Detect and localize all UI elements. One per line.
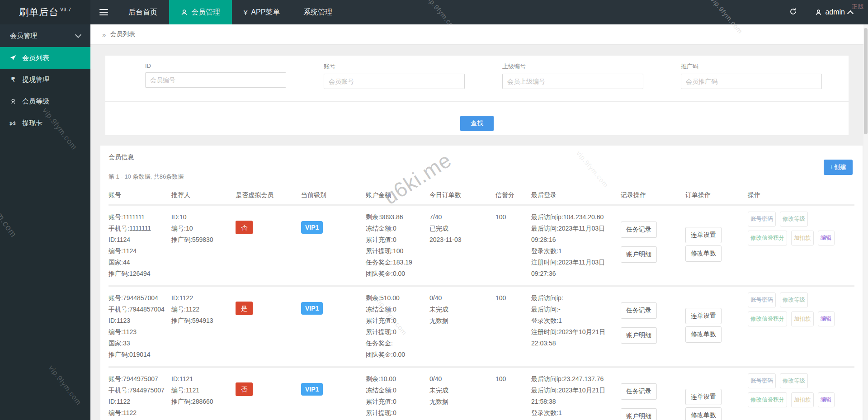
cell-line: 冻结金额:0 xyxy=(366,304,426,315)
edit-button[interactable]: 编辑 xyxy=(818,311,835,326)
modify-order-count-button[interactable]: 修改单数 xyxy=(685,407,722,420)
vertical-scrollbar[interactable] xyxy=(863,24,868,420)
modify-level-button[interactable]: 修改等级 xyxy=(780,293,808,307)
cell-line: 最后访问ip: xyxy=(531,293,617,304)
sidebar-group-label: 会员管理 xyxy=(10,32,37,40)
modify-credit-button[interactable]: 修改信誉积分 xyxy=(748,231,787,245)
record-ops-cell: 任务记录账户明细 xyxy=(621,210,685,279)
chevron-up-icon xyxy=(847,10,854,16)
last-login-cell: 最后访问ip:23.247.137.76最后访问:2023年10月21日 21:… xyxy=(531,372,621,420)
parent-id-input[interactable] xyxy=(502,74,643,89)
cell-line: 100 xyxy=(495,293,528,304)
create-member-button[interactable]: +创建 xyxy=(824,160,853,175)
rupee-icon: ₹ xyxy=(9,76,17,83)
account-detail-button[interactable]: 账户明细 xyxy=(621,327,657,344)
search-field-promo-code: 推广码 xyxy=(681,62,822,89)
task-record-button[interactable]: 任务记录 xyxy=(621,302,657,319)
edit-button[interactable]: 编辑 xyxy=(818,392,835,407)
cell-line: 累计提现:0 xyxy=(366,326,426,338)
main-content: » 会员列表 ID 账号 上级编号 推广码 查找 xyxy=(90,24,868,420)
account-password-button[interactable]: 账号密码 xyxy=(748,212,776,227)
refresh-button[interactable] xyxy=(776,0,811,24)
virtual-member-cell: 是 xyxy=(236,291,301,360)
nav-label: 后台首页 xyxy=(128,8,157,17)
member-account-cell: 账号:7944857004手机号:7944857004ID:1123编号:112… xyxy=(108,291,171,360)
today-orders-cell: 0/40未完成无数据 xyxy=(429,372,495,420)
account-password-button[interactable]: 账号密码 xyxy=(748,373,776,388)
cell-line: 0/40 xyxy=(429,293,492,304)
promo-code-input[interactable] xyxy=(681,74,822,89)
cell-line: 任务奖金:183.19 xyxy=(366,257,426,268)
cell-line: 推广码:559830 xyxy=(171,234,232,245)
sidebar-item-label: 提现管理 xyxy=(22,76,49,84)
column-header: 最后登录 xyxy=(531,191,621,199)
modify-credit-button[interactable]: 修改信誉积分 xyxy=(748,311,787,326)
tab-dashboard[interactable]: 后台首页 xyxy=(117,0,169,24)
task-record-button[interactable]: 任务记录 xyxy=(621,222,657,238)
cell-line: ID:1122 xyxy=(171,293,232,304)
referrer-cell: ID:1122编号:1122推广码:594913 xyxy=(171,291,236,360)
search-button[interactable]: 查找 xyxy=(460,116,494,131)
sidebar-item-withdraw-management[interactable]: ₹ 提现管理 xyxy=(0,69,90,90)
column-header: 当前级别 xyxy=(301,191,366,199)
vip-level-badge: VIP1 xyxy=(301,383,323,396)
sidebar-toggle-button[interactable] xyxy=(90,0,117,24)
edit-button[interactable]: 编辑 xyxy=(818,231,835,245)
sidebar-group-member-management[interactable]: 会员管理 xyxy=(0,24,90,47)
member-id-input[interactable] xyxy=(145,72,286,88)
member-account-cell: 账号:7944975007手机号:7944975007ID:1122编号:112… xyxy=(108,372,171,420)
tab-app-menu[interactable]: ¥ APP菜单 xyxy=(232,0,292,24)
column-header: 是否虚拟会员 xyxy=(236,191,301,199)
page-title: 会员列表 xyxy=(110,30,135,38)
modify-credit-button[interactable]: 修改信誉积分 xyxy=(748,392,787,407)
column-header: 信誉分 xyxy=(495,191,531,199)
money-transfer-icon: $$ xyxy=(9,120,17,126)
referrer-cell: ID:10编号:10推广码:559830 xyxy=(171,210,236,279)
chain-order-settings-button[interactable]: 连单设置 xyxy=(685,308,722,324)
user-menu[interactable]: admin xyxy=(811,0,868,24)
field-label: 上级编号 xyxy=(502,62,643,71)
virtual-member-cell: 否 xyxy=(236,210,301,279)
account-detail-button[interactable]: 账户明细 xyxy=(621,408,657,420)
sidebar-item-member-list[interactable]: 会员列表 xyxy=(0,47,90,69)
account-password-button[interactable]: 账号密码 xyxy=(748,293,776,307)
scrollbar-thumb[interactable] xyxy=(864,28,868,134)
credit-score-cell: 100 xyxy=(495,210,531,279)
level-cell: VIP1 xyxy=(301,210,366,279)
cell-line: 累计充值:0 xyxy=(366,234,426,245)
modify-level-button[interactable]: 修改等级 xyxy=(780,373,808,388)
credit-score-cell: 100 xyxy=(495,291,531,360)
modify-level-button[interactable]: 修改等级 xyxy=(780,212,808,227)
tab-system-management[interactable]: 系统管理 xyxy=(292,0,344,24)
modify-order-count-button[interactable]: 修改单数 xyxy=(685,245,722,262)
nav-label: 会员管理 xyxy=(191,8,220,17)
today-orders-cell: 7/40已完成2023-11-03 xyxy=(429,210,495,279)
add-deduct-button[interactable]: 加扣款 xyxy=(791,311,814,326)
column-header: 记录操作 xyxy=(621,191,685,199)
add-deduct-button[interactable]: 加扣款 xyxy=(791,392,814,407)
refresh-icon xyxy=(789,8,797,17)
chain-order-settings-button[interactable]: 连单设置 xyxy=(685,227,722,243)
member-account-input[interactable] xyxy=(324,74,465,89)
breadcrumb-chevrons-icon: » xyxy=(102,31,106,38)
add-deduct-button[interactable]: 加扣款 xyxy=(791,231,814,245)
cell-line: 国家:33 xyxy=(108,338,168,349)
column-header: 操作 xyxy=(748,191,854,199)
task-record-button[interactable]: 任务记录 xyxy=(621,383,657,400)
account-detail-button[interactable]: 账户明细 xyxy=(621,246,657,263)
sidebar-item-member-level[interactable]: 会员等级 xyxy=(0,90,90,112)
chain-order-settings-button[interactable]: 连单设置 xyxy=(685,389,722,405)
modify-order-count-button[interactable]: 修改单数 xyxy=(685,326,722,343)
sidebar-item-withdraw-card[interactable]: $$ 提现卡 xyxy=(0,112,90,134)
cell-line: 最后访问ip:104.234.20.60 xyxy=(531,212,617,223)
tab-member-management[interactable]: 会员管理 xyxy=(169,0,232,24)
cell-line: 任务奖金: xyxy=(366,338,426,349)
user-icon xyxy=(815,9,822,16)
cell-line: ID:1123 xyxy=(108,315,168,326)
cell-line: 推广码:288660 xyxy=(171,396,232,407)
user-icon xyxy=(181,9,188,16)
cell-line: 累计提现:100 xyxy=(366,245,426,257)
app-title: 刷单后台 xyxy=(19,6,59,19)
cell-line: 累计充值:0 xyxy=(366,396,426,407)
chevron-down-icon xyxy=(75,32,81,38)
